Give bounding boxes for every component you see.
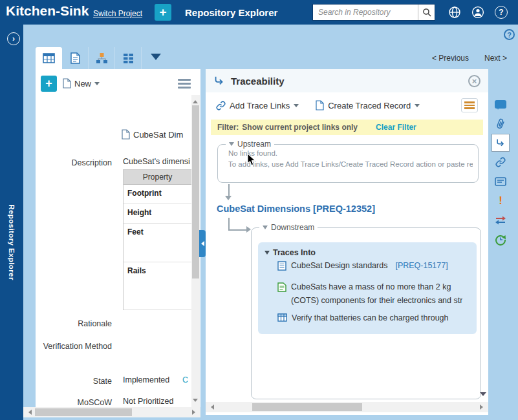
no-links-message: No links found. [228,149,277,157]
quick-add-button[interactable]: + [155,4,171,21]
green-document-icon [277,282,286,292]
table-row: Height [124,204,191,224]
trace-item[interactable]: Verify that batteries can be charged thr… [277,313,449,322]
scrollbar-thumb[interactable] [252,403,362,411]
scroll-down-arrow[interactable] [480,392,486,399]
user-menu-button[interactable] [471,5,485,19]
history-button[interactable] [491,230,510,249]
caret-down-icon [294,104,299,110]
module-title: Repository Explorer [185,7,277,18]
tab-hierarchy-view[interactable] [89,47,115,69]
downstream-legend: Downstream [271,223,314,232]
more-views-dropdown[interactable] [151,54,161,65]
traceability-button[interactable] [491,134,510,152]
scroll-left-arrow[interactable] [26,410,32,415]
arrow-down-icon [225,196,232,204]
traces-into-toggle[interactable]: Traces Into [264,247,316,257]
tab-table-view[interactable] [36,47,62,69]
trace-item-line: (COTS) components for their electronics … [291,294,462,308]
close-panel-button[interactable]: × [468,75,480,87]
table-icon [277,313,287,322]
page-help-button[interactable]: ? [504,29,515,40]
current-record-link[interactable]: CubeSat Dimensions [PREQ-12352] [217,204,375,214]
view-tabbar [36,47,161,69]
add-record-button[interactable]: + [41,76,57,92]
notes-button[interactable] [491,172,510,191]
scroll-up-arrow[interactable] [193,98,198,103]
switch-project-link[interactable]: Switch Project [93,9,142,18]
record-panel: + New CubeSat Dim Description CubeSat's … [36,69,200,407]
scroll-right-arrow[interactable] [192,410,198,415]
trace-item-text: CubeSat Design standards [291,261,387,270]
alerts-button[interactable]: ! [491,191,510,211]
globe-icon [448,6,461,19]
traces-into-group: Traces Into CubeSat Design standards [PR… [258,242,477,334]
compare-button[interactable] [491,211,510,230]
comments-button[interactable] [491,94,510,114]
add-trace-links-button[interactable]: Add Trace Links [216,101,299,110]
state-value: Implemented [123,375,181,384]
filter-text: Show current project links only [242,123,358,132]
help-menu-button[interactable]: ? [494,5,508,19]
collapse-triangle-icon [264,251,270,257]
comment-icon [495,100,506,109]
caret-down-icon [94,82,100,88]
top-bar: Kitchen-Sink Switch Project + Repository… [0,0,518,25]
links-button[interactable] [491,152,510,172]
link-icon [216,101,226,110]
horizontal-scrollbar[interactable] [206,402,488,412]
rationale-label: Rationale [36,318,112,330]
trace-item-id-link[interactable]: [PREQ-15177] [395,261,448,270]
global-menu-button[interactable] [448,5,462,19]
left-rail: › Repository Explorer [0,25,23,420]
state-label: State [36,375,112,387]
downstream-toggle[interactable]: Downstream [259,222,318,232]
next-record-link[interactable]: Next > [484,54,507,63]
trace-item[interactable]: CubeSats have a mass of no more than 2 k… [277,280,462,308]
trace-item[interactable]: CubeSat Design standards [PREQ-15177] [277,261,448,271]
trace-item-text: CubeSats have a mass of no more than 2 k… [291,280,462,308]
tab-board-view[interactable] [115,47,142,69]
app-screen: Kitchen-Sink Switch Project + Repository… [0,0,518,420]
connector-line [228,184,230,196]
scrollbar-thumb[interactable] [192,105,199,278]
traceability-icon [495,138,506,148]
horizontal-scrollbar[interactable] [23,407,200,417]
rail-expand-toggle[interactable]: › [7,32,20,45]
rail-vertical-label: Repository Explorer [8,204,16,280]
create-traced-record-button[interactable]: Create Traced Record [316,100,420,110]
previous-record-link[interactable]: < Previous [432,54,469,63]
scroll-down-arrow[interactable] [193,399,198,404]
new-record-label: New [74,79,91,89]
scroll-right-arrow[interactable] [480,404,486,410]
repository-search-input[interactable] [313,5,418,20]
board-view-icon [123,53,134,63]
close-icon: × [472,77,477,85]
downstream-section: Downstream Traces Into CubeSat Design st… [251,227,481,399]
tab-document-view[interactable] [62,47,89,69]
table-row: Footprint [124,185,191,204]
clear-filter-link[interactable]: Clear Filter [376,123,416,132]
record-title[interactable]: CubeSat Dim [122,129,191,140]
scroll-left-arrow[interactable] [208,404,214,410]
user-icon [471,6,484,19]
traceability-icon [213,75,225,87]
trace-item-text: Verify that batteries can be charged thr… [292,313,449,322]
upstream-toggle[interactable]: Upstream [226,139,274,149]
record-pager: < Previous Next > [432,54,507,63]
panel-collapse-handle[interactable] [199,230,206,257]
panel-menu-button[interactable] [178,79,191,89]
table-view-icon [43,53,55,63]
scrollbar-thumb[interactable] [35,408,132,416]
trace-menu-button[interactable] [461,98,478,112]
caret-down-icon [415,104,420,110]
create-traced-record-label: Create Traced Record [328,101,411,110]
search-button[interactable] [418,5,435,20]
attachments-button[interactable] [491,114,510,133]
hierarchy-view-icon [96,52,108,64]
traceability-header: Traceability × [206,69,488,92]
project-title: Kitchen-Sink [6,3,89,19]
new-record-dropdown[interactable]: New [63,78,100,89]
table-row: Feet [124,224,191,262]
state-action-link[interactable]: C [182,375,188,384]
